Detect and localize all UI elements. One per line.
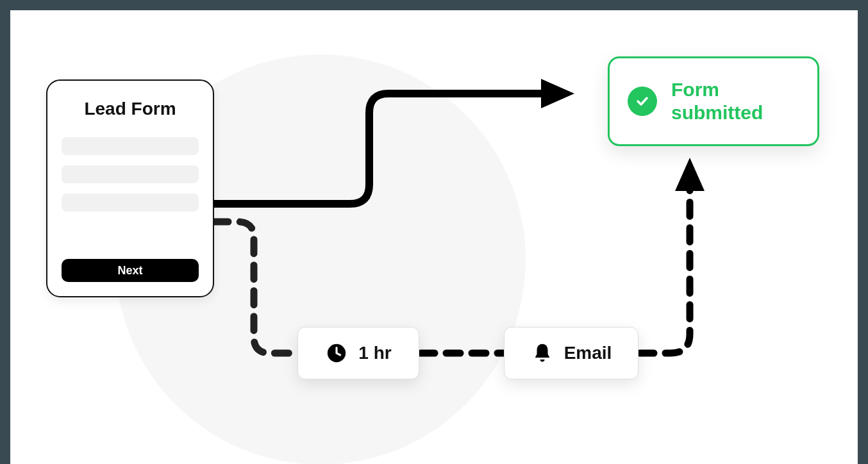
- wait-node: 1 hr: [297, 327, 419, 379]
- lead-form-card: Lead Form Next: [46, 79, 214, 297]
- frame-border-right: [858, 0, 868, 464]
- bell-icon: [531, 342, 554, 365]
- diagram-canvas: Lead Form Next Form submitted 1 hr: [10, 10, 858, 464]
- email-node-label: Email: [564, 343, 612, 363]
- check-icon: [628, 87, 657, 116]
- lead-form-title: Lead Form: [62, 99, 199, 119]
- next-button[interactable]: Next: [62, 259, 199, 282]
- form-submitted-card: Form submitted: [608, 56, 819, 146]
- wait-node-label: 1 hr: [358, 343, 391, 363]
- lead-form-field: [62, 194, 199, 211]
- frame-border-left: [0, 0, 10, 464]
- clock-icon: [325, 342, 348, 365]
- lead-form-field: [62, 165, 199, 183]
- email-node: Email: [504, 327, 638, 379]
- form-submitted-label: Form submitted: [671, 78, 799, 124]
- lead-form-field: [62, 137, 199, 155]
- frame-border-top: [0, 0, 868, 10]
